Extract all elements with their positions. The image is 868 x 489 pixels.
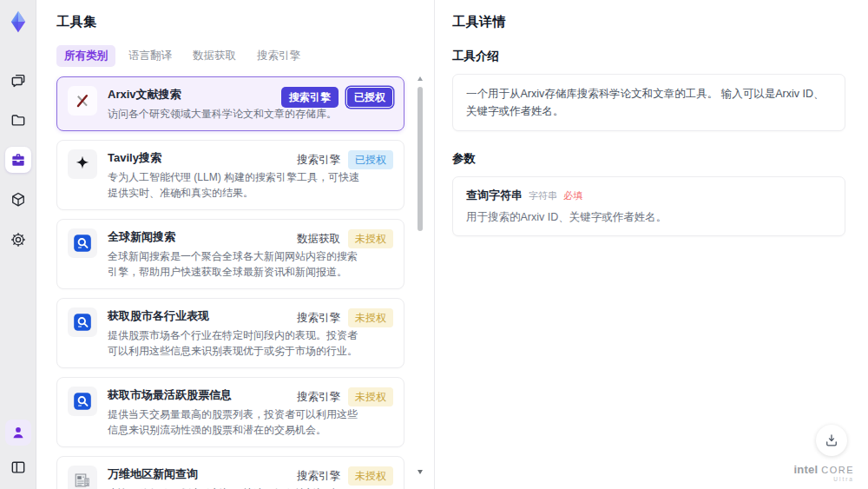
tool-intro-text: 一个用于从Arxiv存储库搜索科学论文和文章的工具。 输入可以是Arxiv ID… — [466, 85, 832, 120]
newspaper-icon — [68, 466, 97, 489]
intro-heading: 工具介绍 — [452, 49, 845, 64]
tool-description: 查询具体行政区划内的新闻，快速了解各地新闻动 — [108, 486, 361, 489]
tool-card[interactable]: 全球新闻搜索 全球新闻搜索是一个聚合全球各大新闻网站内容的搜索引擎，帮助用户快速… — [56, 219, 404, 289]
tool-description: 访问各个研究领域大量科学论文和文章的存储库。 — [108, 106, 361, 122]
sidebar-item-account[interactable] — [5, 420, 31, 446]
chat-icon — [10, 71, 27, 89]
parameters-box: 查询字符串 字符串 必填 用于搜索的Arxiv ID、关键字或作者姓名。 — [452, 176, 845, 236]
tool-category-badge: 搜索引擎 — [297, 153, 340, 168]
tool-card[interactable]: Tavily搜索 专为人工智能代理 (LLM) 构建的搜索引擎工具，可快速提供实… — [56, 140, 404, 210]
sidebar-item-tools[interactable] — [5, 147, 31, 173]
news-search-icon — [68, 307, 97, 337]
category-tab-语言翻译[interactable]: 语言翻译 — [121, 45, 180, 67]
tool-card[interactable]: 获取市场最活跃股票信息 提供当天交易量最高的股票列表，投资者可以利用这些信息来识… — [56, 377, 404, 447]
tool-intro-box: 一个用于从Arxiv存储库搜索科学论文和文章的工具。 输入可以是Arxiv ID… — [452, 74, 845, 131]
parameter-item: 查询字符串 字符串 必填 用于搜索的Arxiv ID、关键字或作者姓名。 — [466, 188, 832, 225]
download-icon — [824, 433, 839, 448]
scrollbar[interactable] — [417, 76, 424, 474]
folder-icon — [10, 111, 27, 129]
arxiv-logo-icon — [68, 86, 97, 116]
sidebar-item-panel-toggle[interactable] — [5, 454, 31, 480]
tavily-star-icon — [68, 149, 97, 179]
tool-list: Arxiv文献搜索 访问各个研究领域大量科学论文和文章的存储库。 搜索引擎 已授… — [56, 76, 404, 489]
news-search-icon — [68, 387, 97, 416]
tools-panel: 工具集 所有类别 语言翻译 数据获取 搜索引擎 Arxiv文献搜索 访问各个研究… — [36, 0, 434, 489]
user-icon — [10, 424, 27, 441]
tool-card[interactable]: 万维地区新闻查询 查询具体行政区划内的新闻，快速了解各地新闻动 搜索引擎 未授权 — [56, 456, 404, 489]
parameter-type: 字符串 — [529, 189, 557, 202]
news-search-icon — [68, 228, 97, 258]
sidebar — [0, 0, 36, 489]
tool-status-badge: 已授权 — [346, 87, 393, 108]
tool-status-badge: 未授权 — [348, 229, 393, 248]
tool-description: 专为人工智能代理 (LLM) 构建的搜索引擎工具，可快速提供实时、准确和真实的结… — [108, 169, 361, 201]
tool-description: 全球新闻搜索是一个聚合全球各大新闻网站内容的搜索引擎，帮助用户快速获取全球最新资… — [108, 248, 361, 280]
tool-category-badge: 搜索引擎 — [297, 390, 340, 405]
parameter-required-flag: 必填 — [563, 189, 582, 202]
sidebar-item-chat[interactable] — [5, 67, 31, 93]
tool-card[interactable]: Arxiv文献搜索 访问各个研究领域大量科学论文和文章的存储库。 搜索引擎 已授… — [56, 76, 404, 131]
tool-status-badge: 已授权 — [348, 150, 393, 169]
tool-status-badge: 未授权 — [348, 466, 393, 486]
category-tab-所有类别[interactable]: 所有类别 — [56, 45, 115, 67]
tools-panel-title: 工具集 — [56, 14, 404, 30]
sidebar-item-settings[interactable] — [5, 227, 31, 253]
category-tabs: 所有类别 语言翻译 数据获取 搜索引擎 — [56, 45, 404, 67]
intel-core-logo: intel CORE Ultra — [793, 464, 854, 483]
tool-category-badge: 搜索引擎 — [281, 87, 339, 108]
sidebar-item-files[interactable] — [5, 107, 31, 133]
category-tab-数据获取[interactable]: 数据获取 — [185, 45, 244, 67]
tool-category-badge: 搜索引擎 — [297, 311, 340, 326]
cube-icon — [10, 191, 27, 208]
tool-description: 提供当天交易量最高的股票列表，投资者可以利用这些信息来识别流动性强的股票和潜在的… — [108, 406, 361, 438]
category-tab-搜索引擎[interactable]: 搜索引擎 — [249, 45, 308, 67]
gear-icon — [10, 231, 27, 248]
tool-category-badge: 数据获取 — [297, 232, 340, 247]
tool-card[interactable]: 获取股市各行业表现 提供股票市场各个行业在特定时间段内的表现。投资者可以利用这些… — [56, 298, 404, 368]
tool-status-badge: 未授权 — [348, 387, 393, 406]
details-panel-title: 工具详情 — [452, 14, 845, 30]
tool-status-badge: 未授权 — [348, 308, 393, 327]
tool-details-panel: 工具详情 工具介绍 一个用于从Arxiv存储库搜索科学论文和文章的工具。 输入可… — [434, 0, 868, 489]
gem-logo-icon — [6, 10, 30, 34]
scrollbar-thumb[interactable] — [418, 87, 423, 231]
download-button[interactable] — [816, 425, 847, 456]
scroll-up-arrow-icon[interactable] — [418, 76, 423, 81]
parameter-description: 用于搜索的Arxiv ID、关键字或作者姓名。 — [466, 210, 832, 225]
params-heading: 参数 — [452, 151, 845, 167]
parameter-list: 查询字符串 字符串 必填 用于搜索的Arxiv ID、关键字或作者姓名。 — [466, 188, 832, 225]
tool-description: 提供股票市场各个行业在特定时间段内的表现。投资者可以利用这些信息来识别表现优于或… — [108, 327, 361, 359]
sidebar-item-models[interactable] — [5, 187, 31, 213]
briefcase-icon — [10, 151, 27, 169]
scroll-down-arrow-icon[interactable] — [418, 470, 423, 474]
tool-category-badge: 搜索引擎 — [297, 469, 340, 484]
parameter-name: 查询字符串 — [466, 188, 523, 203]
layout-panel-icon — [10, 459, 27, 476]
